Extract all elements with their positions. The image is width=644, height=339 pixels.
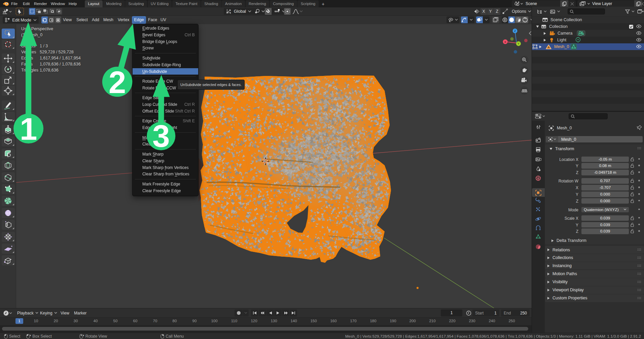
svg-text:3: 3: [152, 119, 170, 154]
svg-text:2: 2: [109, 65, 126, 100]
svg-text:1: 1: [20, 112, 37, 146]
